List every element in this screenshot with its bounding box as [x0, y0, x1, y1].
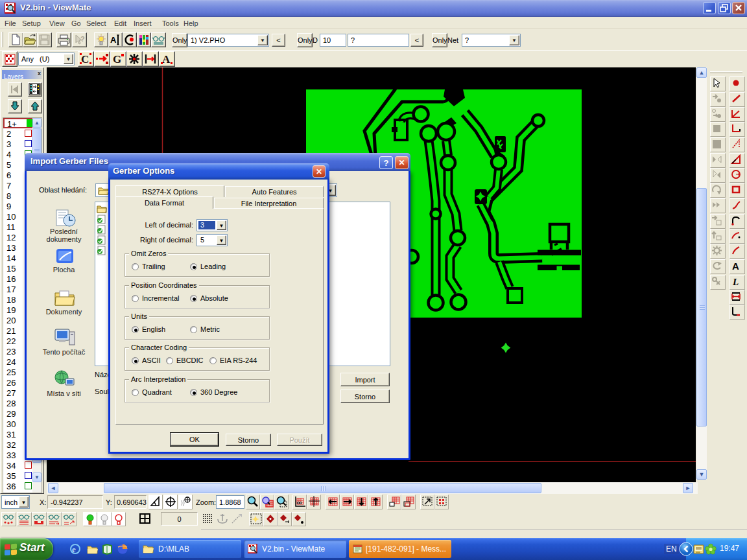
svg-text:L: L	[732, 277, 739, 287]
svg-text:C: C	[81, 53, 89, 65]
svg-text:G: G	[113, 53, 121, 65]
svg-text:e: e	[72, 544, 76, 554]
svg-text:A: A	[732, 261, 739, 272]
svg-text:A: A	[110, 35, 117, 45]
svg-text:?: ?	[80, 35, 85, 43]
svg-text:A: A	[162, 53, 171, 65]
